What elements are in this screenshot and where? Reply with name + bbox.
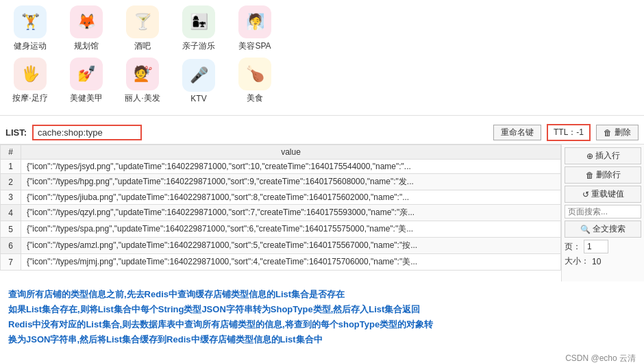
table-row[interactable]: 3 {"icon":"/types/jiuba.png","updateTime… xyxy=(1,190,561,205)
trash-icon: 🗑 xyxy=(604,128,612,138)
col-header-value: value xyxy=(21,145,561,160)
icon-item[interactable]: 🎤 KTV xyxy=(177,59,221,103)
row-index: 3 xyxy=(1,190,21,205)
row-index: 4 xyxy=(1,205,21,221)
icon-emoji: 🍗 xyxy=(238,58,271,90)
footer-text: CSDN @echo 云清 xyxy=(565,353,636,363)
icon-item[interactable]: 🍗 美食 xyxy=(233,58,277,104)
icon-emoji: 🎤 xyxy=(182,59,215,92)
search-icon: 🔍 xyxy=(580,225,591,234)
icon-item[interactable]: 🏋️ 健身运动 xyxy=(8,5,52,52)
table-row[interactable]: 6 {"icon":"/types/amzl.png","updateTime"… xyxy=(1,238,561,254)
full-search-button[interactable]: 🔍 全文搜索 xyxy=(565,221,641,238)
icon-label: 亲子游乐 xyxy=(182,40,215,52)
table-row[interactable]: 1 {"icon":"/types/jsyd.png","updateTime"… xyxy=(1,160,561,174)
icon-label: KTV xyxy=(190,94,206,103)
icon-item[interactable]: 💅 美健美甲 xyxy=(64,58,108,104)
icon-emoji: 💇 xyxy=(126,58,159,90)
page-label: 页： xyxy=(565,241,581,253)
size-row: 大小： 10 xyxy=(565,255,641,267)
row-index: 2 xyxy=(1,174,21,190)
icon-emoji: 🖐️ xyxy=(14,58,47,90)
reload-icon: ↺ xyxy=(582,190,589,199)
table-row[interactable]: 2 {"icon":"/types/hpg.png","updateTime":… xyxy=(1,174,561,190)
text-line: 如果List集合存在,则将List集合中每个String类型JSON字符串转为S… xyxy=(8,302,636,317)
table-row[interactable]: 7 {"icon":"/types/mjmj.png","updateTime"… xyxy=(1,254,561,271)
text-line: Redis中没有对应的List集合,则去数据库表中查询所有店铺类型的信息,将查到… xyxy=(8,317,636,332)
page-row: 页： xyxy=(565,240,641,253)
icon-emoji: 🧖 xyxy=(238,5,271,38)
insert-row-button[interactable]: ⊕ 插入行 xyxy=(565,147,641,164)
icon-emoji: 🏋️ xyxy=(14,5,47,38)
icon-item[interactable]: 🦊 规划馆 xyxy=(64,5,108,52)
reload-value-button[interactable]: ↺ 重载键值 xyxy=(565,186,641,203)
data-table: # value 1 {"icon":"/types/jsyd.png","upd… xyxy=(0,145,561,271)
table-area: # value 1 {"icon":"/types/jsyd.png","upd… xyxy=(0,145,562,281)
table-row[interactable]: 5 {"icon":"/types/spa.png","updateTime":… xyxy=(1,221,561,238)
icon-label: 健身运动 xyxy=(14,40,47,52)
col-header-index: # xyxy=(1,145,21,160)
list-key-input[interactable] xyxy=(32,125,142,140)
row-index: 5 xyxy=(1,221,21,238)
row-value: {"icon":"/types/spa.png","updateTime":16… xyxy=(21,221,561,238)
icon-emoji: 💅 xyxy=(70,58,103,90)
icon-item[interactable]: 💇 丽人·美发 xyxy=(121,58,164,104)
icon-label: 酒吧 xyxy=(134,40,151,52)
icon-row-2: 🖐️ 按摩·足疗 💅 美健美甲 💇 丽人·美发 🎤 KTV 🍗 美食 xyxy=(8,58,636,104)
row-value: {"icon":"/types/qzyl.png","updateTime":1… xyxy=(21,205,561,221)
icon-label: 美健美甲 xyxy=(70,92,103,104)
text-section: 查询所有店铺的类型信息之前,先去Redis中查询缓存店铺类型信息的List集合是… xyxy=(0,281,644,350)
icon-item[interactable]: 🖐️ 按摩·足疗 xyxy=(8,58,52,104)
icon-label: 美食 xyxy=(247,92,263,104)
sidebar-panel: ⊕ 插入行 🗑 删除行 ↺ 重载键值 🔍 全文搜索 页： 大小： 10 xyxy=(562,145,644,281)
icon-label: 美容SPA xyxy=(238,40,271,52)
delete-row-button[interactable]: 🗑 删除行 xyxy=(565,166,641,184)
text-line: 换为JSON字符串,然后将List集合缓存到Redis中缓存店铺类型信息的Lis… xyxy=(8,332,636,347)
row-value: {"icon":"/types/jiuba.png","updateTime":… xyxy=(21,190,561,205)
icon-label: 按摩·足疗 xyxy=(12,92,47,104)
row-value: {"icon":"/types/jsyd.png","updateTime":1… xyxy=(21,160,561,174)
size-value: 10 xyxy=(592,257,601,266)
table-row[interactable]: 4 {"icon":"/types/qzyl.png","updateTime"… xyxy=(1,205,561,221)
list-label: LIST: xyxy=(5,127,27,138)
rename-button[interactable]: 重命名键 xyxy=(493,125,541,140)
row-value: {"icon":"/types/mjmj.png","updateTime":1… xyxy=(21,254,561,271)
icon-item[interactable]: 🧖 美容SPA xyxy=(233,5,277,52)
main-area: # value 1 {"icon":"/types/jsyd.png","upd… xyxy=(0,145,644,281)
list-bar: LIST: 重命名键 TTL：-1 🗑 删除 xyxy=(0,121,644,145)
icon-emoji: 🦊 xyxy=(70,5,103,38)
icon-emoji: 🍸 xyxy=(126,5,159,38)
icon-item[interactable]: 🍸 酒吧 xyxy=(121,5,164,52)
icon-label: 规划馆 xyxy=(74,40,99,52)
row-index: 1 xyxy=(1,160,21,174)
delete-button[interactable]: 🗑 删除 xyxy=(596,125,639,140)
icon-grid: 🏋️ 健身运动 🦊 规划馆 🍸 酒吧 👩‍👧 亲子游乐 🧖 美容SPA 🖐️ 按… xyxy=(0,0,644,112)
footer-bar: CSDN @echo 云清 xyxy=(0,350,644,363)
ttl-badge: TTL：-1 xyxy=(547,124,591,141)
icon-item[interactable]: 👩‍👧 亲子游乐 xyxy=(177,5,221,52)
row-index: 7 xyxy=(1,254,21,271)
text-line: 查询所有店铺的类型信息之前,先去Redis中查询缓存店铺类型信息的List集合是… xyxy=(8,287,636,302)
page-input[interactable] xyxy=(584,240,608,253)
row-index: 6 xyxy=(1,238,21,254)
icon-row-1: 🏋️ 健身运动 🦊 规划馆 🍸 酒吧 👩‍👧 亲子游乐 🧖 美容SPA xyxy=(8,5,636,52)
page-search-input[interactable] xyxy=(565,205,641,218)
row-value: {"icon":"/types/amzl.png","updateTime":1… xyxy=(21,238,561,254)
plus-icon: ⊕ xyxy=(586,151,593,161)
icon-label: 丽人·美发 xyxy=(125,92,160,104)
icon-emoji: 👩‍👧 xyxy=(182,5,215,38)
row-value: {"icon":"/types/hpg.png","updateTime":16… xyxy=(21,174,561,190)
size-label: 大小： xyxy=(565,255,589,267)
minus-icon: 🗑 xyxy=(586,171,594,180)
